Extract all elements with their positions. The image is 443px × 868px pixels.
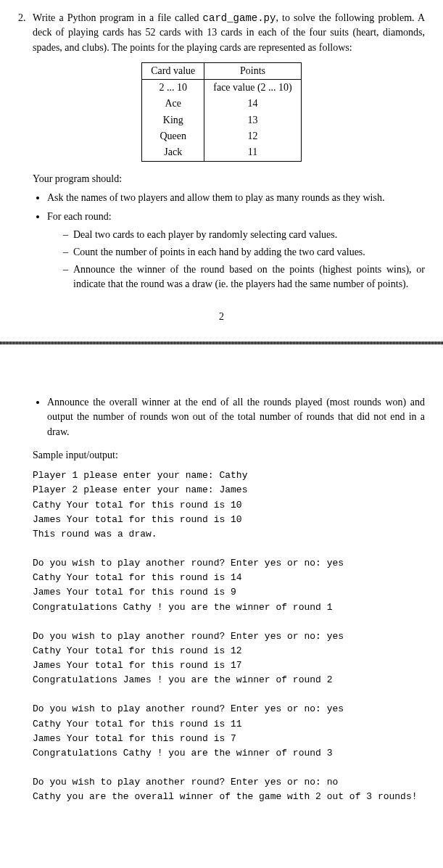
requirements-intro: Your program should: [33, 172, 425, 186]
list-item: Count the number of points in each hand … [63, 245, 425, 260]
table-row: 2 ... 10 face value (2 ... 10) [142, 80, 301, 96]
sample-label: Sample input/output: [33, 448, 425, 463]
requirements-list-cont: Announce the overall winner at the end o… [47, 395, 425, 439]
table-row: King 13 [142, 112, 301, 128]
requirements-list: Ask the names of two players and allow t… [47, 191, 425, 292]
table-row: Jack 11 [142, 144, 301, 161]
card-points: 14 [204, 96, 301, 112]
list-item-text: For each round: [47, 211, 112, 222]
table-row: Queen 12 [142, 128, 301, 144]
filename: card_game.py [203, 12, 276, 24]
problem-number: 2. [18, 11, 33, 25]
card-points: 12 [204, 128, 301, 144]
points-table: Card value Points 2 ... 10 face value (2… [141, 62, 301, 162]
card-points: 13 [204, 112, 301, 128]
card-value: Jack [142, 144, 204, 161]
card-value: Queen [142, 128, 204, 144]
list-item: Deal two cards to each player by randoml… [63, 228, 425, 242]
page-number: 2 [18, 310, 425, 324]
table-row: Ace 14 [142, 96, 301, 112]
table-header-value: Card value [142, 62, 204, 79]
card-value: 2 ... 10 [142, 80, 204, 96]
card-value: King [142, 112, 204, 128]
table-header-points: Points [204, 62, 301, 79]
page-separator [0, 342, 443, 344]
list-item: Announce the overall winner at the end o… [47, 395, 425, 439]
card-value: Ace [142, 96, 204, 112]
sub-list: Deal two cards to each player by randoml… [63, 228, 425, 292]
intro-pre: Write a Python program in a file called [33, 12, 203, 23]
card-points: face value (2 ... 10) [204, 80, 301, 96]
list-item: For each round: Deal two cards to each p… [47, 210, 425, 292]
sample-output: Player 1 please enter your name: Cathy P… [33, 468, 425, 804]
card-points: 11 [204, 144, 301, 161]
problem-intro: Write a Python program in a file called … [33, 11, 425, 55]
list-item: Announce the winner of the round based o… [63, 263, 425, 292]
list-item: Ask the names of two players and allow t… [47, 191, 425, 205]
